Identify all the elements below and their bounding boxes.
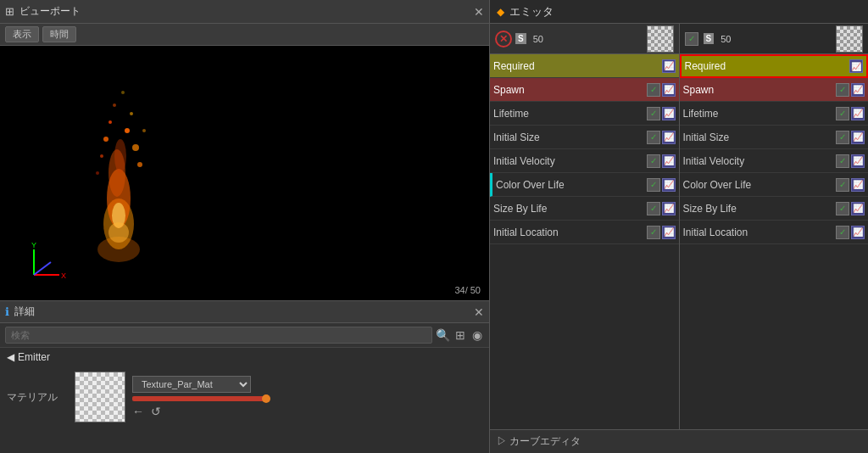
module-graph-lifetime-1[interactable]: 📈 (662, 107, 676, 120)
module-label-required-2: Required (685, 60, 850, 72)
module-check-size-by-life-1[interactable]: ✓ (647, 202, 660, 215)
material-progress-dot (262, 394, 270, 403)
emitter-col-2: ✓ S 50 Required 📈 Spawn ✓ 📈 Lifetime ✓ 📈 (680, 24, 869, 429)
grid-icon[interactable]: ⊞ (453, 327, 467, 344)
svg-point-13 (142, 129, 146, 132)
module-row-required-2[interactable]: Required 📈 (680, 54, 869, 78)
svg-point-11 (137, 162, 142, 167)
curve-editor-bar[interactable]: ▷ カーブエディタ (490, 429, 868, 453)
viewport-close-btn[interactable]: ✕ (474, 5, 484, 19)
module-row-initial-size-2[interactable]: Initial Size ✓ 📈 (680, 126, 869, 149)
svg-point-8 (103, 137, 108, 142)
module-row-initial-velocity-1[interactable]: Initial Velocity ✓ 📈 (490, 149, 679, 173)
module-row-initial-velocity-2[interactable]: Initial Velocity ✓ 📈 (680, 149, 869, 173)
module-label-color-over-life-2: Color Over Life (683, 179, 837, 191)
module-graph-spawn-1[interactable]: 📈 (662, 83, 676, 97)
svg-text:X: X (61, 271, 66, 280)
emitter-panel-header: ◆ エミッタ (490, 0, 868, 24)
module-row-size-by-life-1[interactable]: Size By Life ✓ 📈 (490, 197, 679, 221)
search-bar: 🔍 ⊞ ◉ (0, 323, 489, 348)
module-graph-initial-size-2[interactable]: 📈 (851, 131, 865, 144)
eye-icon[interactable]: ◉ (470, 327, 484, 344)
module-row-color-over-life-2[interactable]: Color Over Life ✓ 📈 (680, 173, 869, 197)
module-row-required-1[interactable]: Required 📈 (490, 54, 679, 78)
module-check-color-over-life-2[interactable]: ✓ (836, 178, 849, 192)
viewport-header: ⊞ ビューポート ✕ (0, 0, 489, 24)
material-action-row: ← ↺ (132, 405, 268, 418)
module-label-size-by-life-2: Size By Life (683, 203, 837, 215)
module-check-lifetime-1[interactable]: ✓ (647, 107, 660, 120)
right-panel: ◆ エミッタ ✕ S 50 Required 📈 Spawn ✓ 📈 (490, 0, 868, 453)
particle-effect (76, 80, 161, 275)
module-graph-required-2[interactable]: 📈 (849, 59, 863, 73)
curve-editor-label: ▷ カーブエディタ (497, 434, 581, 449)
module-graph-size-by-life-1[interactable]: 📈 (662, 202, 676, 215)
module-check-size-by-life-2[interactable]: ✓ (836, 202, 849, 215)
svg-point-5 (125, 128, 130, 133)
module-graph-initial-location-1[interactable]: 📈 (662, 226, 676, 239)
module-row-initial-location-1[interactable]: Initial Location ✓ 📈 (490, 221, 679, 244)
module-check-lifetime-2[interactable]: ✓ (836, 107, 849, 120)
viewport-grid-icon: ⊞ (5, 5, 14, 18)
module-check-initial-location-1[interactable]: ✓ (647, 226, 660, 239)
module-graph-initial-location-2[interactable]: 📈 (851, 226, 865, 239)
show-button[interactable]: 表示 (5, 26, 39, 42)
refresh-icon[interactable]: ↺ (151, 405, 161, 418)
material-controls: Texture_Par_Mat ← ↺ (132, 376, 268, 418)
pe-check-2[interactable]: ✓ (685, 32, 698, 46)
search-icon[interactable]: 🔍 (436, 328, 450, 342)
module-check-color-over-life-1[interactable]: ✓ (647, 178, 660, 192)
emitter-col-1: ✕ S 50 Required 📈 Spawn ✓ 📈 Lifetime ✓ 📈 (490, 24, 680, 429)
arrow-left-icon[interactable]: ← (132, 405, 144, 418)
module-graph-color-over-life-2[interactable]: 📈 (851, 178, 865, 192)
module-graph-required-1[interactable]: 📈 (662, 59, 676, 73)
module-check-spawn-1[interactable]: ✓ (647, 83, 660, 97)
module-label-initial-size-1: Initial Size (493, 131, 647, 143)
left-panel: ⊞ ビューポート ✕ 表示 時間 (0, 0, 490, 453)
module-graph-size-by-life-2[interactable]: 📈 (851, 202, 865, 215)
module-label-spawn-1: Spawn (493, 84, 647, 96)
collapse-icon[interactable]: ◀ (7, 351, 14, 363)
module-graph-lifetime-2[interactable]: 📈 (851, 107, 865, 120)
module-graph-spawn-2[interactable]: 📈 (851, 83, 865, 97)
module-row-spawn-1[interactable]: Spawn ✓ 📈 (490, 78, 679, 102)
module-graph-initial-velocity-1[interactable]: 📈 (662, 154, 676, 168)
details-close-btn[interactable]: ✕ (474, 305, 484, 319)
module-row-lifetime-2[interactable]: Lifetime ✓ 📈 (680, 102, 869, 126)
svg-point-10 (113, 103, 116, 107)
material-name-row: Texture_Par_Mat (132, 376, 268, 393)
time-button[interactable]: 時間 (42, 26, 76, 42)
module-check-initial-size-1[interactable]: ✓ (647, 131, 660, 144)
module-label-color-over-life-1: Color Over Life (496, 179, 647, 191)
module-graph-initial-velocity-2[interactable]: 📈 (851, 154, 865, 168)
module-check-initial-velocity-1[interactable]: ✓ (647, 154, 660, 168)
axis-widget: X Y (25, 241, 68, 283)
module-row-initial-size-1[interactable]: Initial Size ✓ 📈 (490, 126, 679, 149)
viewport-canvas: X Y 34/ 50 (0, 46, 489, 300)
emitter-section-header: ◀ Emitter (7, 351, 482, 363)
s-badge-2: S (704, 33, 715, 44)
emitter-panel-title: エミッタ (509, 4, 554, 20)
search-input[interactable] (5, 327, 432, 344)
module-label-initial-velocity-1: Initial Velocity (493, 155, 647, 167)
module-check-initial-location-2[interactable]: ✓ (836, 226, 849, 239)
module-graph-color-over-life-1[interactable]: 📈 (662, 178, 676, 192)
svg-point-15 (121, 91, 125, 94)
module-check-spawn-2[interactable]: ✓ (836, 83, 849, 97)
module-graph-initial-size-1[interactable]: 📈 (662, 131, 676, 144)
pe-count-1: 50 (533, 34, 543, 44)
module-row-lifetime-1[interactable]: Lifetime ✓ 📈 (490, 102, 679, 126)
module-row-color-over-life-1[interactable]: Color Over Life ✓ 📈 (490, 173, 679, 197)
svg-point-7 (132, 144, 139, 151)
module-check-initial-velocity-2[interactable]: ✓ (836, 154, 849, 168)
module-row-spawn-2[interactable]: Spawn ✓ 📈 (680, 78, 869, 102)
emitter-label: Emitter (18, 351, 50, 363)
module-label-required-1: Required (493, 60, 662, 72)
pe-header-2: ✓ S 50 (680, 24, 869, 54)
material-preview (75, 372, 125, 422)
module-check-initial-size-2[interactable]: ✓ (836, 131, 849, 144)
module-row-size-by-life-2[interactable]: Size By Life ✓ 📈 (680, 197, 869, 221)
module-row-initial-location-2[interactable]: Initial Location ✓ 📈 (680, 221, 869, 244)
material-dropdown[interactable]: Texture_Par_Mat (132, 376, 251, 393)
module-label-spawn-2: Spawn (683, 84, 837, 96)
